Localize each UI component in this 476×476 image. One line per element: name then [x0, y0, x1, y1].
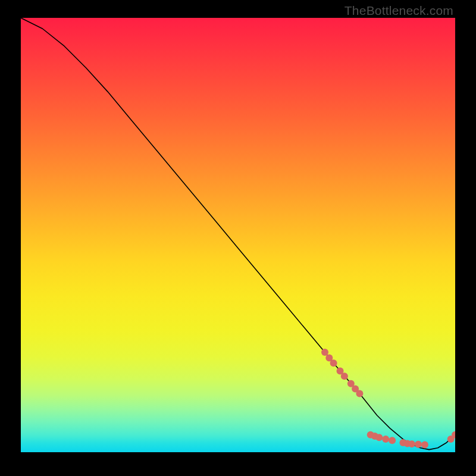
- curve-marker: [421, 441, 428, 449]
- watermark-text: TheBottleneck.com: [345, 4, 453, 18]
- chart-svg: [21, 18, 455, 452]
- curve-marker: [415, 441, 422, 448]
- chart-stage: TheBottleneck.com: [0, 0, 476, 476]
- curve-marker: [382, 436, 389, 443]
- curve-marker: [356, 390, 363, 397]
- plot-area: [21, 18, 455, 452]
- curve-marker: [408, 440, 415, 447]
- curve-marker: [321, 349, 328, 356]
- curve-marker: [389, 437, 396, 444]
- curve-marker: [341, 372, 348, 380]
- curve-marker-layer: [321, 349, 455, 448]
- bottleneck-curve-line: [21, 18, 455, 450]
- curve-marker: [375, 434, 383, 441]
- curve-marker: [330, 359, 337, 367]
